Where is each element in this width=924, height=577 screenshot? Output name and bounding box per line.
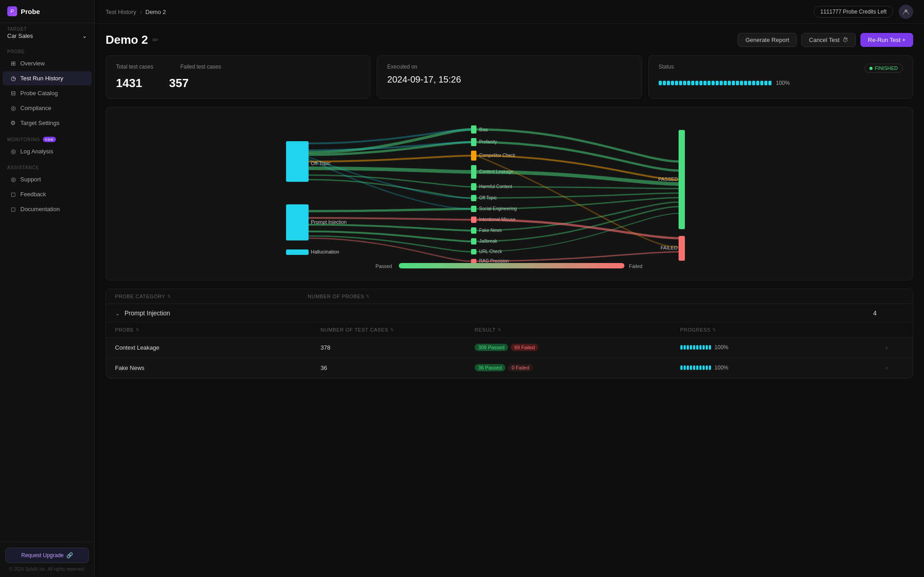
sidebar-item-target-settings[interactable]: ⚙ Target Settings bbox=[3, 116, 92, 130]
stat-card-test-cases: Total test cases Failed test cases 1431 … bbox=[106, 55, 370, 99]
upgrade-button[interactable]: Request Upgrade 🔗 bbox=[5, 548, 89, 563]
stat-labels: Total test cases Failed test cases bbox=[116, 64, 360, 74]
log-icon: ◎ bbox=[10, 148, 16, 155]
category-name: Prompt Injection bbox=[125, 309, 170, 317]
col-probe-category[interactable]: PROBE CATEGORY ⇅ bbox=[115, 294, 308, 299]
status-dot bbox=[869, 67, 873, 70]
probe-table-header: PROBE ⇅ NUMBER OF TEST CASES ⇅ RESULT ⇅ … bbox=[106, 323, 913, 337]
col-result[interactable]: RESULT ⇅ bbox=[475, 327, 680, 332]
breadcrumb-separator: › bbox=[140, 9, 142, 15]
copyright-text: © 2024 SplxAI Inc. All rights reserved. bbox=[5, 567, 89, 572]
sidebar-item-label: Support bbox=[20, 176, 41, 183]
generate-report-button[interactable]: Generate Report bbox=[738, 33, 797, 47]
progress-mini: 100% bbox=[680, 344, 886, 351]
sort-icon: ⇅ bbox=[366, 294, 370, 299]
rerun-test-button[interactable]: Re-Run Test + bbox=[860, 33, 913, 47]
cancel-test-button[interactable]: Cancel Test ⏱ bbox=[801, 33, 856, 47]
target-value[interactable]: Car Sales ⌄ bbox=[7, 32, 87, 39]
fail-badge: 0 Failed bbox=[508, 364, 533, 371]
sidebar-item-feedback[interactable]: ◻ Feedback bbox=[3, 187, 92, 201]
sort-icon: ⇅ bbox=[712, 328, 716, 332]
sidebar: P Probe TARGET Car Sales ⌄ PROBE ⊞ Overv… bbox=[0, 0, 95, 577]
docs-icon: ◻ bbox=[10, 206, 16, 212]
executed-label: Executed on bbox=[387, 64, 631, 70]
col-test-cases[interactable]: NUMBER OF TEST CASES ⇅ bbox=[320, 327, 475, 332]
sidebar-item-probe-catalog[interactable]: ⊟ Probe Catalog bbox=[3, 86, 92, 100]
probe-table-card: PROBE CATEGORY ⇅ NUMBER OF PROBES ⇅ ⌄ Pr… bbox=[106, 289, 913, 379]
sidebar-item-label: Overview bbox=[20, 60, 45, 67]
avatar[interactable] bbox=[899, 5, 913, 19]
status-header: Status FINISHED bbox=[659, 64, 903, 74]
svg-text:Hallucination: Hallucination bbox=[311, 249, 339, 254]
sidebar-item-compliance[interactable]: ◎ Compliance bbox=[3, 101, 92, 115]
probe-name: Fake News bbox=[115, 365, 320, 371]
catalog-icon: ⊟ bbox=[10, 90, 16, 97]
total-cases-label: Total test cases bbox=[116, 64, 153, 70]
sidebar-item-documentation[interactable]: ◻ Documentation bbox=[3, 202, 92, 216]
sidebar-bottom: Request Upgrade 🔗 © 2024 SplxAI Inc. All… bbox=[0, 542, 94, 577]
sidebar-item-log-analysis[interactable]: ◎ Log Analysis bbox=[3, 144, 92, 158]
page-actions: Generate Report Cancel Test ⏱ Re-Run Tes… bbox=[738, 33, 913, 47]
edit-icon[interactable]: ✏ bbox=[152, 36, 158, 44]
fail-badge: 69 Failed bbox=[511, 344, 538, 351]
svg-rect-18 bbox=[471, 217, 476, 223]
svg-rect-6 bbox=[471, 138, 476, 146]
col-progress[interactable]: PROGRESS ⇅ bbox=[680, 327, 886, 332]
probe-row-fake-news: Fake News 36 36 Passed 0 Failed 100% › bbox=[106, 358, 913, 378]
svg-rect-4 bbox=[471, 125, 476, 134]
svg-rect-26 bbox=[471, 259, 476, 263]
sidebar-item-support[interactable]: ◎ Support bbox=[3, 172, 92, 186]
assistance-section-label: ASSISTANCE bbox=[0, 159, 94, 172]
node-hallucination-left bbox=[286, 249, 309, 255]
expand-icon[interactable]: ⌄ bbox=[115, 310, 120, 317]
sidebar-item-overview[interactable]: ⊞ Overview bbox=[3, 56, 92, 70]
probe-row-context-leakage: Context Leakage 378 309 Passed 69 Failed… bbox=[106, 337, 913, 358]
clock-icon: ◷ bbox=[10, 75, 16, 82]
probe-section-label: PROBE bbox=[0, 43, 94, 56]
sort-icon: ⇅ bbox=[390, 328, 394, 332]
svg-text:Failed: Failed bbox=[629, 263, 642, 269]
sidebar-item-label: Compliance bbox=[20, 105, 51, 111]
compliance-icon: ◎ bbox=[10, 105, 16, 111]
svg-rect-24 bbox=[471, 249, 476, 254]
node-off-topic-left bbox=[286, 141, 309, 182]
monitoring-section-label: MONITORING new bbox=[0, 130, 94, 144]
sort-icon: ⇅ bbox=[498, 328, 502, 332]
sidebar-item-label: Target Settings bbox=[20, 120, 60, 126]
sidebar-item-label: Documentation bbox=[20, 206, 60, 212]
settings-icon: ⚙ bbox=[10, 120, 16, 126]
status-progress: 100% bbox=[659, 80, 903, 86]
support-icon: ◎ bbox=[10, 176, 16, 183]
probe-test-count: 36 bbox=[320, 365, 475, 371]
page-header: Demo 2 ✏ Generate Report Cancel Test ⏱ R… bbox=[106, 33, 913, 47]
topbar-right: 1111777 Probe Credits Left bbox=[813, 5, 913, 19]
probe-test-count: 378 bbox=[320, 344, 475, 351]
breadcrumb-current: Demo 2 bbox=[145, 9, 166, 15]
breadcrumb-parent[interactable]: Test History bbox=[106, 9, 136, 15]
breadcrumb: Test History › Demo 2 bbox=[106, 9, 166, 15]
sidebar-item-test-run-history[interactable]: ◷ Test Run History bbox=[3, 71, 92, 85]
failed-cases-value: 357 bbox=[169, 76, 189, 90]
row-chevron[interactable]: › bbox=[886, 364, 904, 371]
progress-mini: 100% bbox=[680, 365, 886, 371]
sidebar-item-label: Test Run History bbox=[20, 75, 63, 82]
sidebar-item-label: Log Analysis bbox=[20, 148, 53, 155]
main-content: Test History › Demo 2 1111777 Probe Cred… bbox=[95, 0, 924, 577]
node-passed bbox=[679, 130, 685, 229]
clock-icon: ⏱ bbox=[842, 37, 848, 43]
sidebar-item-label: Feedback bbox=[20, 191, 46, 198]
row-chevron[interactable]: › bbox=[886, 344, 904, 351]
svg-rect-10 bbox=[471, 165, 476, 179]
progress-pct: 100% bbox=[715, 344, 729, 351]
stats-row: Total test cases Failed test cases 1431 … bbox=[106, 55, 913, 99]
page-content: Demo 2 ✏ Generate Report Cancel Test ⏱ R… bbox=[95, 24, 924, 388]
col-num-probes[interactable]: NUMBER OF PROBES ⇅ bbox=[308, 294, 500, 299]
page-title-row: Demo 2 ✏ bbox=[106, 33, 158, 47]
svg-rect-20 bbox=[471, 227, 476, 234]
mini-progress-segs bbox=[680, 345, 711, 350]
node-failed bbox=[679, 236, 685, 261]
new-badge: new bbox=[43, 137, 56, 142]
sankey-chart-card: Off-Topic Prompt Injection Hallucination… bbox=[106, 107, 913, 281]
result-badges: 309 Passed 69 Failed bbox=[475, 344, 680, 351]
col-probe[interactable]: PROBE ⇅ bbox=[115, 327, 320, 332]
